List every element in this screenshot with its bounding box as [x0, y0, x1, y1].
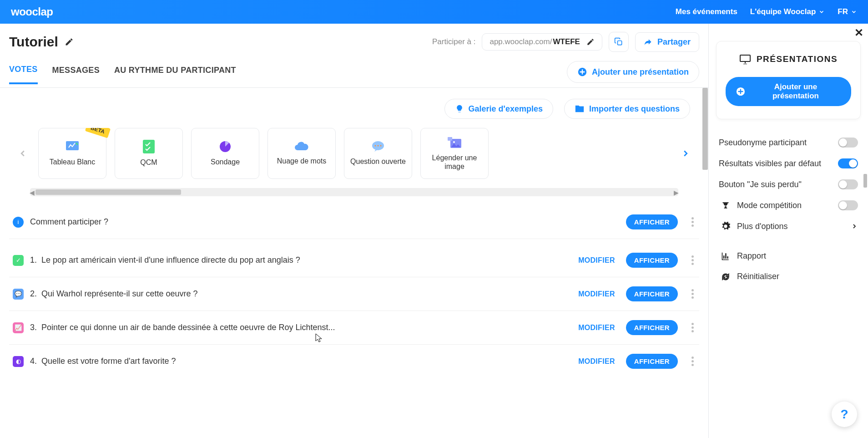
- nav-language-label: FR: [838, 7, 848, 16]
- whiteboard-icon: [65, 140, 80, 153]
- chevron-down-icon: [851, 9, 857, 15]
- chat-icon: [371, 141, 385, 153]
- help-button[interactable]: ?: [832, 402, 857, 427]
- modify-button[interactable]: MODIFIER: [578, 324, 615, 332]
- qtype-mcq[interactable]: QCM: [115, 128, 183, 179]
- sidebar-report[interactable]: Rapport: [719, 246, 858, 266]
- nav-team[interactable]: L'équipe Wooclap: [750, 7, 825, 16]
- modify-button[interactable]: MODIFIER: [578, 290, 615, 298]
- share-label: Partager: [657, 37, 691, 47]
- content-scrollbar[interactable]: [702, 88, 708, 438]
- show-button[interactable]: AFFICHER: [626, 320, 678, 335]
- question-text: 4. Quelle est votre forme d'art favorite…: [30, 357, 572, 366]
- svg-rect-2: [66, 141, 79, 150]
- chevron-right-icon: [681, 148, 691, 158]
- info-row: i Comment participer ? AFFICHER: [9, 205, 699, 239]
- svg-rect-11: [448, 137, 452, 141]
- qtype-label: QCM: [140, 158, 157, 167]
- carousel-next[interactable]: [676, 144, 695, 163]
- setting-label: Plus d'options: [737, 222, 788, 231]
- carousel-scrollbar[interactable]: ◀ ▶: [30, 188, 678, 196]
- edit-title-icon[interactable]: [65, 37, 74, 46]
- logo[interactable]: wooclap: [11, 5, 53, 18]
- presentations-card: PRÉSENTATIONS Ajouter une présentation: [716, 41, 861, 119]
- gear-icon: [721, 221, 731, 231]
- mcq-icon: [143, 140, 155, 153]
- event-url-box: app.wooclap.com/ WTEFE: [482, 33, 602, 51]
- svg-point-10: [453, 141, 455, 143]
- svg-point-8: [380, 145, 382, 147]
- more-menu[interactable]: [690, 355, 696, 368]
- setting-label: Pseudonyme participant: [719, 138, 807, 148]
- question-text: 2. Qui Warhol représente-il sur cette oe…: [30, 289, 572, 299]
- question-text: 3. Pointer ce qui donne un air de bande …: [30, 323, 572, 332]
- edit-code-icon[interactable]: [586, 38, 595, 46]
- example-gallery-button[interactable]: Galerie d'exemples: [444, 99, 553, 119]
- setting-competition: Mode compétition: [719, 195, 858, 216]
- modify-button[interactable]: MODIFIER: [578, 256, 615, 265]
- cloud-icon: [294, 141, 309, 152]
- toggle-lost-button[interactable]: [838, 179, 858, 189]
- toggle-results-visible[interactable]: [838, 158, 858, 168]
- participate-label: Participer à :: [432, 37, 475, 46]
- nav-my-events[interactable]: Mes événements: [676, 7, 737, 16]
- show-button[interactable]: AFFICHER: [626, 286, 678, 301]
- share-icon: [644, 37, 653, 46]
- chart-icon: [721, 252, 730, 261]
- qtype-wordcloud[interactable]: Nuage de mots: [267, 128, 336, 179]
- modify-button[interactable]: MODIFIER: [578, 357, 615, 366]
- show-button[interactable]: AFFICHER: [626, 354, 678, 369]
- plus-circle-icon: [577, 67, 587, 77]
- reset-label: Réinitialiser: [737, 272, 779, 281]
- trophy-icon: [721, 201, 730, 210]
- question-type-icon: 📈: [13, 322, 24, 333]
- import-questions-button[interactable]: Importer des questions: [564, 99, 690, 119]
- question-row: ◐ 4. Quelle est votre forme d'art favori…: [9, 345, 699, 378]
- more-menu[interactable]: [690, 321, 696, 334]
- chevron-down-icon: [818, 9, 825, 15]
- qtype-label: Tableau Blanc: [50, 158, 96, 166]
- more-menu[interactable]: [690, 287, 696, 300]
- setting-label: Résultats visibles par défaut: [719, 159, 821, 168]
- qtype-poll[interactable]: Sondage: [191, 128, 259, 179]
- presentations-title: PRÉSENTATIONS: [757, 54, 838, 64]
- nav-language[interactable]: FR: [838, 7, 857, 16]
- poll-icon: [219, 140, 232, 153]
- more-menu[interactable]: [690, 254, 696, 267]
- carousel-prev[interactable]: [14, 144, 32, 163]
- event-title: Tutoriel: [9, 34, 58, 50]
- tab-participant-pace[interactable]: AU RYTHME DU PARTICIPANT: [114, 66, 236, 83]
- add-presentation-button[interactable]: Ajouter une présentation: [567, 61, 699, 83]
- toggle-pseudonym[interactable]: [838, 138, 858, 148]
- url-code: WTEFE: [553, 37, 580, 46]
- copy-url-button[interactable]: [609, 32, 629, 52]
- svg-rect-12: [740, 55, 750, 61]
- sidebar-scrollbar[interactable]: [863, 24, 867, 438]
- info-icon: i: [13, 217, 24, 228]
- question-type-icon: 💬: [13, 289, 24, 300]
- setting-label: Bouton "Je suis perdu": [719, 180, 802, 189]
- tab-messages[interactable]: MESSAGES: [52, 66, 100, 83]
- toggle-competition[interactable]: [838, 200, 858, 210]
- show-button[interactable]: AFFICHER: [626, 253, 678, 268]
- sidebar-reset[interactable]: Réinitialiser: [719, 266, 858, 287]
- show-button[interactable]: AFFICHER: [626, 214, 678, 229]
- question-row: 📈 3. Pointer ce qui donne un air de band…: [9, 311, 699, 345]
- qtype-label: Légender une image: [424, 153, 484, 171]
- tab-votes[interactable]: VOTES: [9, 65, 38, 84]
- qtype-open-question[interactable]: Question ouverte: [344, 128, 412, 179]
- sidebar-add-presentation-label: Ajouter une présentation: [750, 82, 841, 101]
- url-prefix: app.wooclap.com/: [490, 37, 552, 46]
- report-label: Rapport: [737, 251, 766, 261]
- more-menu[interactable]: [690, 215, 696, 229]
- share-button[interactable]: Partager: [635, 32, 699, 52]
- beta-badge: BETA: [85, 128, 111, 138]
- question-text: 1. Le pop art américain vient-il d'une i…: [30, 255, 572, 265]
- qtype-whiteboard[interactable]: BETA Tableau Blanc: [38, 128, 106, 179]
- qtype-label-image[interactable]: Légender une image: [420, 128, 489, 179]
- question-type-icon: ✓: [13, 255, 24, 266]
- setting-more-options[interactable]: Plus d'options: [719, 216, 858, 237]
- close-panel-button[interactable]: ✕: [854, 26, 863, 39]
- sidebar-add-presentation-button[interactable]: Ajouter une présentation: [726, 77, 851, 106]
- info-text: Comment participer ?: [30, 217, 620, 227]
